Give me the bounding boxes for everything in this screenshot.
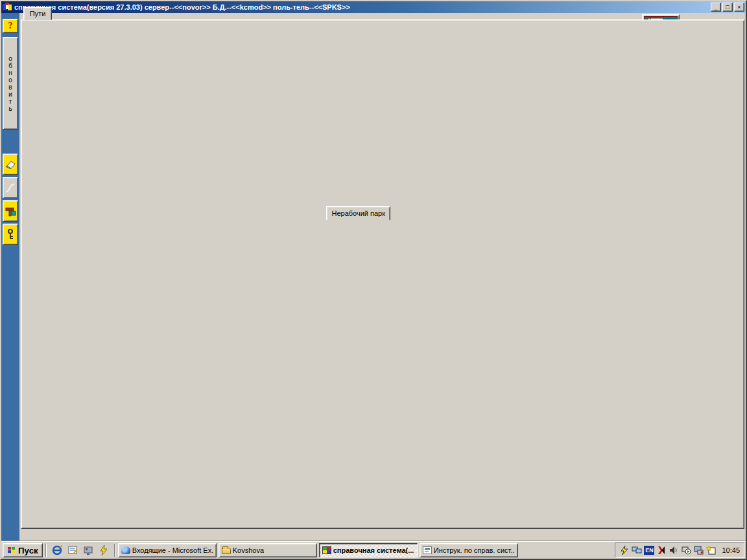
word-icon [423,546,432,554]
refresh-letter: н [8,69,12,76]
refresh-letter: б [8,62,12,69]
minimize-button[interactable]: _ [711,3,721,12]
network-drive-icon[interactable] [693,545,704,555]
refresh-letter: ь [8,105,12,112]
taskbar-task[interactable]: справочная система(... [319,543,418,557]
start-button[interactable]: Пуск [3,543,43,557]
taskbar: Пуск Входящие - Microsoft Ex...Kovshovaс… [1,541,746,559]
help-button[interactable]: ? [3,19,18,33]
window-title: справочная система(версия 27.3.03) серве… [14,3,711,11]
launch-lightning-icon[interactable] [97,544,110,557]
curve-tool-button[interactable] [3,177,18,198]
taskbar-task[interactable]: Входящие - Microsoft Ex... [118,543,217,557]
language-indicator[interactable]: EN [644,546,654,555]
refresh-letter: и [8,91,12,98]
key-icon [6,229,15,240]
eraser-button[interactable] [3,154,18,175]
antivirus-icon[interactable] [656,545,667,555]
refresh-letter: в [8,84,12,91]
refresh-letter: о [8,76,12,84]
network-icon[interactable] [632,545,642,555]
separator [114,544,115,557]
windows-logo-icon [7,546,16,554]
title-bar: справочная система(версия 27.3.03) серве… [1,1,746,13]
taskbar-clock: 10:45 [722,546,740,554]
folder-icon [222,548,231,554]
app-icon [322,546,331,554]
separator [45,544,47,557]
refresh-letter: о [8,55,12,62]
task-label: Входящие - Microsoft Ex... [132,546,213,554]
taskbar-task[interactable]: Kovshova [219,543,317,557]
lightning-tray-icon[interactable] [619,545,630,555]
task-label: Kovshova [233,546,264,554]
curve-icon [5,183,16,193]
left-toolbar: ? обновить [1,13,19,542]
volume-icon[interactable] [669,545,679,555]
hammer-tools-icon [5,206,16,216]
task-label: Инструк. по справ. сист... [434,546,515,554]
tab-page [21,19,744,529]
outlook-icon [121,546,130,554]
notes-icon[interactable] [706,545,716,555]
channels-icon[interactable] [82,544,95,557]
task-label: справочная система(... [333,546,414,554]
desktop-icon[interactable] [66,544,79,557]
start-label: Пуск [18,546,38,555]
ie-icon[interactable] [51,544,64,557]
taskbar-task[interactable]: Инструк. по справ. сист... [420,543,518,557]
tab-puti[interactable]: Пути [23,7,52,20]
system-tray: EN 10:45 [615,542,744,558]
app-icon [3,3,12,12]
restore-button[interactable]: □ [722,3,733,12]
refresh-button[interactable]: обновить [3,37,18,130]
scheduler-icon[interactable] [681,545,691,555]
tools-button[interactable] [3,200,18,222]
close-button[interactable]: × [734,3,744,12]
application-window: справочная система(версия 27.3.03) серве… [0,0,747,560]
key-button[interactable] [3,224,18,245]
subtab[interactable]: Нерабочий парк [326,206,390,220]
task-buttons: Входящие - Microsoft Ex...Kovshovaсправо… [118,543,520,557]
refresh-letter: т [9,98,12,105]
eraser-icon [5,160,16,169]
